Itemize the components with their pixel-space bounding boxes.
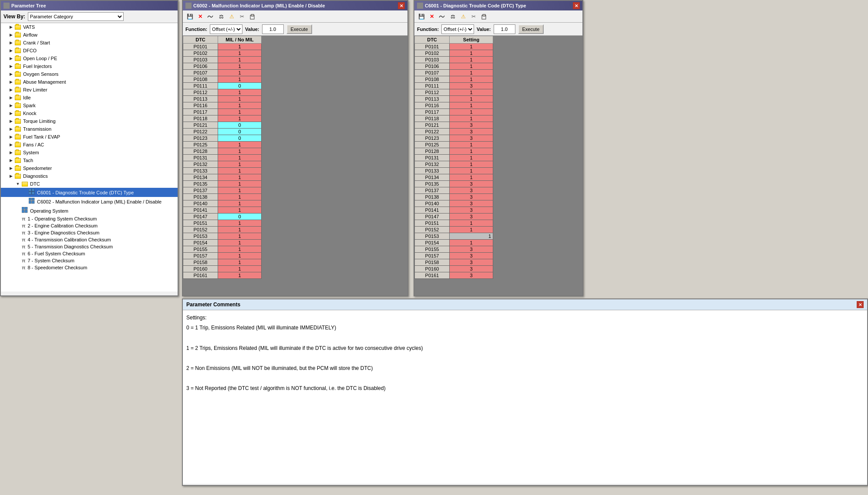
table-row[interactable]: P01210 — [183, 122, 407, 129]
tree-item-cksum2[interactable]: π2 - Engine Calibration Checksum — [1, 222, 178, 229]
table-row[interactable]: P01571 — [183, 253, 407, 259]
tree-expand-transmission[interactable]: ▶ — [8, 126, 14, 132]
tree-item-dfco[interactable]: ▶DFCO — [1, 47, 178, 54]
table-row[interactable]: P01233 — [415, 135, 582, 142]
table-row[interactable]: P01581 — [183, 259, 407, 266]
mil-value-input[interactable] — [262, 24, 284, 34]
tree-expand-revlimiter[interactable]: ▶ — [8, 87, 14, 93]
table-row[interactable]: P01281 — [415, 148, 582, 155]
table-row[interactable]: P01071 — [183, 70, 407, 76]
mil-close-button[interactable]: ✕ — [398, 2, 405, 9]
dtc-wave-btn[interactable] — [438, 12, 447, 21]
tree-item-system[interactable]: ▶System — [1, 149, 178, 156]
table-row[interactable]: P01281 — [183, 148, 407, 155]
table-row[interactable]: P01121 — [183, 89, 407, 96]
tree-item-cksum4[interactable]: π4 - Transmission Calibration Checksum — [1, 236, 178, 243]
mil-warning-btn[interactable]: ⚠ — [227, 12, 236, 21]
tree-item-fueltank[interactable]: ▶Fuel Tank / EVAP — [1, 133, 178, 141]
table-row[interactable]: P01230 — [183, 135, 407, 142]
table-row[interactable]: P01251 — [183, 142, 407, 148]
table-row[interactable]: P01601 — [183, 266, 407, 272]
table-row[interactable]: P01171 — [183, 109, 407, 115]
tree-expand-idle[interactable]: ▶ — [8, 95, 14, 101]
table-row[interactable]: P01573 — [415, 253, 582, 259]
dtc-execute-button[interactable]: Execute — [518, 24, 544, 34]
tree-item-revlimiter[interactable]: ▶Rev Limiter — [1, 86, 178, 94]
tree-expand-airflow[interactable]: ▶ — [8, 32, 14, 38]
table-row[interactable]: P01341 — [415, 174, 582, 181]
mil-cut-btn[interactable]: ✂ — [238, 12, 246, 21]
tree-item-diagnostics[interactable]: ▶Diagnostics — [1, 172, 178, 180]
table-row[interactable]: P01061 — [415, 63, 582, 70]
table-row[interactable]: P01401 — [183, 200, 407, 207]
tree-item-cksum6[interactable]: π6 - Fuel System Checksum — [1, 250, 178, 257]
tree-item-fansac[interactable]: ▶Fans / AC — [1, 141, 178, 149]
tree-expand-fuelinjectors[interactable]: ▶ — [8, 63, 14, 69]
tree-expand-speedometer[interactable]: ▶ — [8, 165, 14, 171]
tree-item-speedometer[interactable]: ▶Speedometer — [1, 164, 178, 172]
tree-item-cksum3[interactable]: π3 - Engine Diagnostics Checksum — [1, 229, 178, 236]
table-row[interactable]: P01603 — [415, 266, 582, 272]
tree-item-operatingsystem[interactable]: Operating System — [1, 206, 178, 215]
tree-item-idle[interactable]: ▶Idle — [1, 94, 178, 102]
tree-expand-spark[interactable]: ▶ — [8, 102, 14, 108]
tree-item-tach[interactable]: ▶Tach — [1, 156, 178, 164]
table-row[interactable]: P01553 — [415, 246, 582, 253]
table-row[interactable]: P01331 — [415, 168, 582, 174]
dtc-function-select[interactable]: Offset (+/-) — [441, 24, 474, 34]
tree-expand-vats[interactable]: ▶ — [8, 24, 14, 30]
mil-wave-btn[interactable] — [206, 12, 215, 21]
table-row[interactable]: P01220 — [183, 129, 407, 135]
tree-item-c6001[interactable]: C6001 - Diagnostic Trouble Code (DTC) Ty… — [1, 188, 178, 197]
tree-item-vats[interactable]: ▶VATS — [1, 23, 178, 31]
table-row[interactable]: P01321 — [183, 161, 407, 168]
table-row[interactable]: P01311 — [183, 155, 407, 161]
table-row[interactable]: P01521 — [183, 227, 407, 233]
view-by-select[interactable]: Parameter Category — [28, 12, 124, 21]
table-row[interactable]: P01411 — [183, 207, 407, 214]
table-row[interactable]: P01511 — [415, 220, 582, 227]
table-row[interactable]: P01353 — [415, 181, 582, 187]
table-row[interactable]: P01413 — [415, 207, 582, 214]
tree-expand-crankstart[interactable]: ▶ — [8, 40, 14, 46]
tree-item-cksum7[interactable]: π7 - System Checksum — [1, 257, 178, 264]
tree-expand-openloop[interactable]: ▶ — [8, 55, 14, 61]
table-row[interactable]: P01181 — [415, 115, 582, 122]
table-row[interactable]: P01311 — [415, 155, 582, 161]
tree-expand-oxygensensors[interactable]: ▶ — [8, 71, 14, 77]
table-row[interactable]: P01351 — [183, 181, 407, 187]
dtc-cut-btn[interactable]: ✂ — [469, 12, 478, 21]
tree-item-spark[interactable]: ▶Spark — [1, 102, 178, 109]
table-row[interactable]: P01341 — [183, 174, 407, 181]
tree-expand-abusemanagement[interactable]: ▶ — [8, 79, 14, 85]
table-row[interactable]: P01521 — [415, 227, 582, 233]
table-row[interactable]: P01373 — [415, 187, 582, 194]
table-row[interactable]: P01161 — [415, 102, 582, 109]
table-row[interactable]: P01131 — [415, 96, 582, 102]
table-row[interactable]: P01321 — [415, 161, 582, 168]
tree-item-cksum8[interactable]: π8 - Speedometer Checksum — [1, 264, 178, 271]
table-row[interactable]: P01081 — [415, 76, 582, 83]
mil-paste-btn[interactable] — [248, 12, 257, 21]
table-row[interactable]: P01081 — [183, 76, 407, 83]
tree-item-airflow[interactable]: ▶Airflow — [1, 31, 178, 39]
mil-save-btn[interactable]: 💾 — [185, 12, 194, 21]
tree-item-cksum5[interactable]: π5 - Transmission Diagnostics Checksum — [1, 243, 178, 250]
table-row[interactable]: P01110 — [183, 83, 407, 89]
table-row[interactable]: P01583 — [415, 259, 582, 266]
dtc-paste-btn[interactable] — [480, 12, 488, 21]
table-row[interactable]: P01331 — [183, 168, 407, 174]
tree-expand-torquelimiting[interactable]: ▶ — [8, 118, 14, 124]
tree-item-torquelimiting[interactable]: ▶Torque Limiting — [1, 117, 178, 125]
tree-expand-knock[interactable]: ▶ — [8, 110, 14, 116]
tree-item-knock[interactable]: ▶Knock — [1, 109, 178, 117]
table-row[interactable]: P01371 — [183, 187, 407, 194]
table-row[interactable]: P01531 — [415, 233, 582, 240]
table-row[interactable]: P01541 — [415, 240, 582, 246]
table-row[interactable]: P01171 — [415, 109, 582, 115]
table-row[interactable]: P01011 — [415, 44, 582, 50]
dtc-value-input[interactable] — [494, 24, 515, 34]
table-row[interactable]: P01021 — [183, 50, 407, 57]
table-row[interactable]: P01121 — [415, 89, 582, 96]
tree-expand-tach[interactable]: ▶ — [8, 157, 14, 163]
